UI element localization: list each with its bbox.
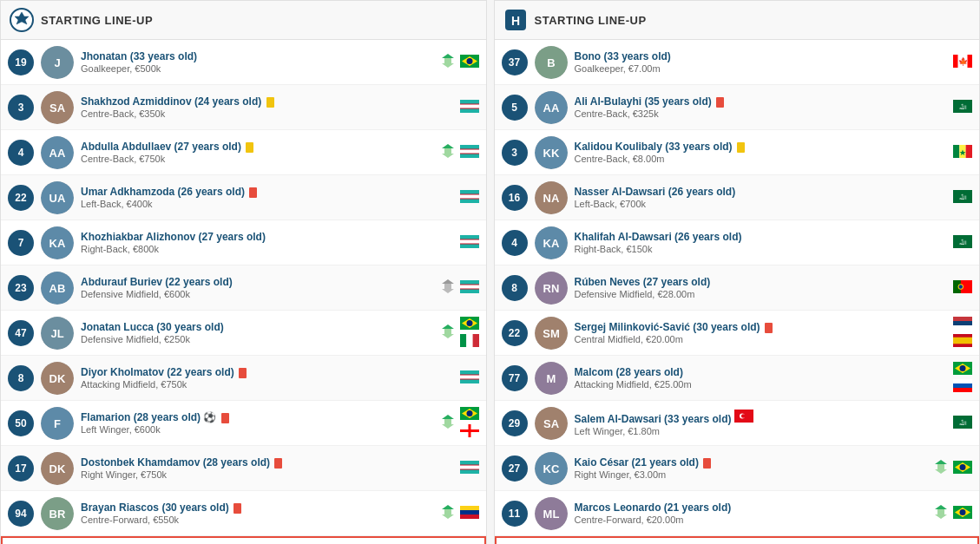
player-name-link[interactable]: Jhonatan [81, 50, 127, 62]
svg-point-127 [741, 414, 746, 418]
player-name[interactable]: Diyor Kholmatov (22 years old) [81, 366, 455, 378]
player-flags [460, 55, 479, 70]
player-name-link[interactable]: Khozhiakbar Alizhonov [81, 231, 195, 243]
player-right-icons [460, 190, 479, 206]
player-info: Umar Adkhamzoda (26 years old) Left-Back… [81, 186, 455, 209]
svg-point-61 [466, 410, 472, 416]
player-name-link[interactable]: Malcom [575, 366, 614, 378]
player-info: Abdulla Abdullaev (27 years old) Centre-… [81, 141, 434, 164]
player-name[interactable]: Ali Al-Bulayhi (35 years old) [575, 95, 949, 108]
player-name-link[interactable]: Khalifah Al-Dawsari [575, 231, 672, 243]
player-avatar: F [41, 407, 74, 440]
player-right-icons [460, 370, 479, 386]
player-name-link[interactable]: Salem Al-Dawsari [575, 413, 661, 425]
player-right-icons [439, 317, 479, 350]
player-name[interactable]: Sergej Milinković-Savić (30 years old) [575, 321, 949, 333]
svg-point-46 [466, 320, 472, 326]
player-name-link[interactable]: Kalidou Koulibaly [575, 141, 662, 153]
player-row: 19JJhonatan (33 years old)Goalkeeper, €5… [1, 40, 486, 85]
ball-icon: ⚽ [203, 411, 216, 423]
player-name-link[interactable]: Dostonbek Khamdamov [81, 456, 200, 469]
player-name[interactable]: Kaio César (21 years old) [575, 456, 928, 469]
player-avatar: DK [41, 362, 74, 395]
substitution-icon [439, 413, 457, 433]
svg-rect-114 [953, 337, 972, 344]
player-name-link[interactable]: Bono [575, 50, 602, 62]
player-row: 37BBono (33 years old)Goalkeeper, €7.00m… [495, 40, 980, 85]
player-info: Abdurauf Buriev (22 years old)Defensive … [81, 276, 434, 299]
player-name-link[interactable]: Kaio César [575, 456, 629, 469]
player-right-icons: اللّٰه [953, 416, 972, 431]
substitution-icon [439, 503, 457, 523]
svg-text:B: B [547, 56, 555, 69]
player-row: 23ABAbdurauf Buriev (22 years old)Defens… [1, 265, 486, 311]
red-card-icon [221, 413, 229, 423]
player-details: Centre-Back, €8.00m [575, 154, 949, 164]
player-name-link[interactable]: Sergej Milinković-Savić [575, 321, 690, 333]
player-name[interactable]: Marcos Leonardo (21 years old) [575, 501, 928, 514]
player-details: Centre-Forward, €20.00m [575, 515, 928, 525]
player-name-link[interactable]: Brayan Riascos [81, 501, 159, 514]
player-name[interactable]: Malcom (28 years old) [575, 366, 949, 378]
player-name[interactable]: Salem Al-Dawsari (33 years old) [575, 410, 949, 425]
player-name-link[interactable]: Shakhzod Azmiddinov [81, 95, 192, 108]
player-details: Central Midfield, €20.00m [575, 334, 949, 344]
svg-rect-12 [460, 103, 479, 104]
player-name[interactable]: Abdulla Abdullaev (27 years old) [81, 141, 434, 153]
player-name[interactable]: Bono (33 years old) [575, 50, 949, 62]
svg-point-139 [960, 509, 966, 515]
player-name-link[interactable]: Flamarion [81, 411, 130, 423]
player-name[interactable]: Dostonbek Khamdamov (28 years old) [81, 456, 455, 469]
player-flags [460, 190, 479, 206]
flag-rs-icon [953, 317, 972, 332]
flag-es-icon [953, 334, 972, 350]
player-avatar: AB [41, 272, 74, 305]
svg-rect-52 [460, 370, 479, 375]
substitution-icon [439, 142, 457, 162]
svg-point-134 [960, 464, 966, 470]
player-name[interactable]: Flamarion (28 years old) ⚽ [81, 411, 434, 423]
player-name-link[interactable]: Umar Adkhamzoda [81, 186, 174, 198]
svg-text:KA: KA [543, 237, 559, 250]
player-avatar: KA [535, 226, 568, 259]
player-details: Left-Back, €700k [575, 199, 949, 209]
flag-it-icon [460, 334, 479, 350]
player-name-link[interactable]: Rúben Neves [575, 276, 641, 288]
player-name-link[interactable]: Marcos Leonardo [575, 501, 661, 514]
player-avatar: KA [41, 226, 74, 259]
player-name[interactable]: Jhonatan (33 years old) [81, 50, 434, 62]
player-flags [953, 506, 972, 521]
player-name[interactable]: Nasser Al-Dawsari (26 years old) [575, 186, 949, 198]
player-name[interactable]: Abdurauf Buriev (22 years old) [81, 276, 434, 288]
player-flags [460, 280, 479, 296]
player-name[interactable]: Jonatan Lucca (30 years old) [81, 321, 434, 333]
player-name-link[interactable]: Diyor Kholmatov [81, 366, 164, 378]
player-name-link[interactable]: Ali Al-Bulayhi [575, 95, 642, 108]
player-flags: اللّٰه [953, 100, 972, 115]
player-name[interactable]: Khalifah Al-Dawsari (26 years old) [575, 231, 949, 243]
substitution-icon [932, 458, 950, 478]
player-flags [953, 461, 972, 476]
player-name[interactable]: Umar Adkhamzoda (26 years old) [81, 186, 455, 198]
yellow-card-icon [246, 142, 253, 153]
player-right-icons: اللّٰه [953, 235, 972, 251]
player-name-link[interactable]: Nasser Al-Dawsari [575, 186, 666, 198]
player-name-link[interactable]: Abdulla Abdullaev [81, 141, 171, 153]
player-name[interactable]: Shakhzod Azmiddinov (24 years old) [81, 95, 455, 108]
svg-text:M: M [546, 372, 556, 385]
player-name[interactable]: Khozhiakbar Alizhonov (27 years old) [81, 231, 455, 243]
player-number: 11 [502, 501, 528, 527]
player-info: Brayan Riascos (30 years old) Centre-For… [81, 501, 434, 525]
player-name-link[interactable]: Abdurauf Buriev [81, 276, 162, 288]
svg-rect-38 [460, 285, 479, 289]
flag-br-icon [460, 407, 479, 423]
player-name-link[interactable]: Jonatan Lucca [81, 321, 154, 333]
player-avatar: UA [41, 181, 74, 214]
player-name[interactable]: Kalidou Koulibaly (33 years old) [575, 141, 949, 153]
player-name[interactable]: Brayan Riascos (30 years old) [81, 501, 434, 514]
player-details: Centre-Back, €750k [81, 154, 434, 164]
player-avatar: SA [41, 91, 74, 124]
svg-text:NA: NA [543, 192, 559, 205]
player-avatar: SA [535, 407, 568, 440]
player-name[interactable]: Rúben Neves (27 years old) [575, 276, 949, 288]
